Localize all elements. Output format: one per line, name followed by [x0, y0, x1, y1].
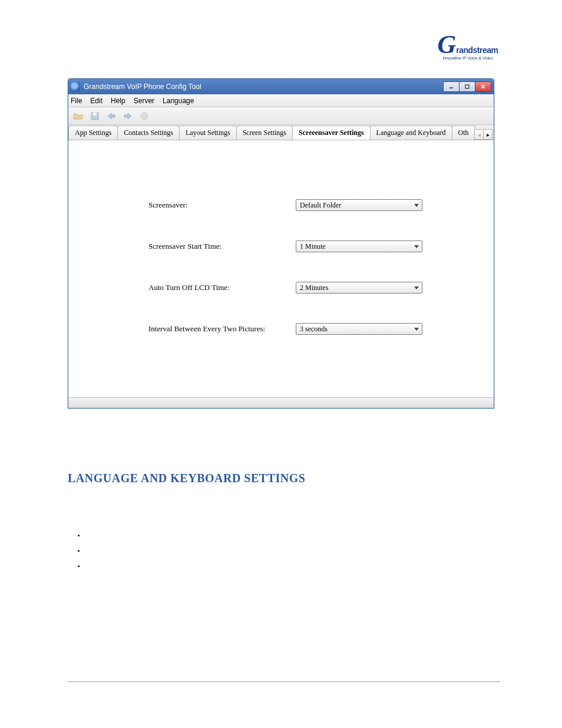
stop-refresh-icon[interactable]	[138, 110, 151, 123]
tab-app-settings[interactable]: App Settings	[68, 126, 118, 140]
save-icon[interactable]	[88, 110, 101, 123]
forward-icon[interactable]	[121, 110, 134, 123]
app-window: Grandstream VoIP Phone Config Tool File …	[68, 78, 494, 409]
svg-rect-1	[465, 85, 469, 88]
menu-language[interactable]: Language	[163, 97, 194, 105]
tab-other[interactable]: Oth	[452, 126, 475, 140]
close-button[interactable]	[475, 81, 491, 92]
toolbar	[68, 107, 494, 125]
open-icon[interactable]	[72, 110, 85, 123]
menu-help[interactable]: Help	[111, 97, 125, 105]
tab-language-keyboard[interactable]: Language and Keyboard	[370, 126, 452, 140]
combo-interval[interactable]: 3 seconds	[296, 323, 422, 335]
footer-rule	[68, 681, 500, 682]
minimize-button[interactable]	[443, 81, 459, 92]
tab-screensaver-settings[interactable]: Screeensaver Settings	[292, 126, 371, 140]
tab-scroll-right-icon[interactable]: ▸	[483, 129, 492, 140]
tab-scroll-left-icon[interactable]: ◂	[474, 129, 484, 140]
menubar[interactable]: File Edit Help Server Language	[68, 94, 494, 107]
tab-content: Screensaver: Default Folder Screensaver …	[68, 140, 494, 397]
maximize-button[interactable]	[459, 81, 475, 92]
field-row-start-time: Screensaver Start Time: 1 Minute	[148, 241, 429, 252]
menu-file[interactable]: File	[71, 97, 82, 105]
field-row-lcd-off: Auto Turn Off LCD Time: 2 Minutes	[148, 282, 429, 294]
menu-edit[interactable]: Edit	[90, 97, 103, 105]
logo-glyph: G	[437, 34, 456, 55]
logo-tagline: Innovative IP Voice & Video	[442, 56, 493, 60]
combo-start-time[interactable]: 1 Minute	[296, 241, 422, 252]
window-title: Grandstream VoIP Phone Config Tool	[84, 83, 201, 91]
statusbar	[68, 397, 494, 408]
combo-interval-value: 3 seconds	[300, 325, 328, 334]
logo-wordmark: randstream	[456, 45, 498, 55]
menu-server[interactable]: Server	[134, 97, 154, 105]
combo-lcd-off[interactable]: 2 Minutes	[296, 282, 422, 294]
titlebar[interactable]: Grandstream VoIP Phone Config Tool	[68, 79, 494, 94]
app-icon	[71, 82, 80, 91]
label-screensaver: Screensaver:	[148, 200, 296, 210]
combo-screensaver-value: Default Folder	[300, 201, 341, 210]
field-row-screensaver: Screensaver: Default Folder	[148, 199, 429, 211]
combo-lcd-off-value: 2 Minutes	[300, 284, 328, 292]
brand-logo: G randstream Innovative IP Voice & Video	[435, 34, 500, 67]
section-heading: LANGUAGE AND KEYBOARD SETTINGS	[68, 472, 305, 485]
field-row-interval: Interval Between Every Two Pictures: 3 s…	[148, 323, 429, 335]
combo-start-time-value: 1 Minute	[300, 242, 326, 251]
tab-strip: App Settings Contacts Settings Layout Se…	[68, 125, 494, 140]
tab-screen-settings[interactable]: Screen Settings	[236, 126, 293, 140]
label-start-time: Screensaver Start Time:	[148, 242, 296, 251]
combo-screensaver[interactable]: Default Folder	[296, 199, 422, 211]
label-lcd-off: Auto Turn Off LCD Time:	[148, 283, 296, 292]
back-icon[interactable]	[105, 110, 118, 123]
svg-rect-5	[93, 113, 97, 116]
tab-contacts-settings[interactable]: Contacts Settings	[117, 126, 180, 140]
tab-layout-settings[interactable]: Layout Settings	[179, 126, 237, 140]
svg-point-6	[141, 113, 148, 120]
label-interval: Interval Between Every Two Pictures:	[148, 324, 296, 334]
